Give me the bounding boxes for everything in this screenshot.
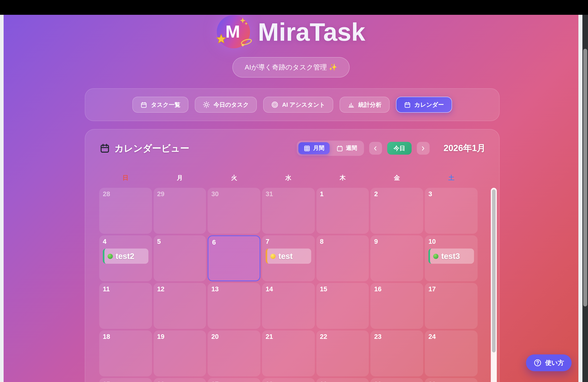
browser-scrollbar[interactable]	[582, 15, 588, 382]
view-month-button[interactable]: 月間	[298, 142, 330, 154]
day-number: 31	[428, 381, 474, 382]
calendar-day-cell[interactable]: 7test	[262, 235, 315, 281]
view-week-button[interactable]: 週間	[331, 142, 362, 154]
nav-tab[interactable]: 今日のタスク	[195, 97, 257, 113]
calendar-day-cell[interactable]: 18	[99, 330, 152, 376]
day-number: 8	[320, 238, 365, 245]
nav-tab-label: AI アシスタント	[282, 101, 325, 109]
calendar-day-cell[interactable]: 1	[316, 188, 369, 234]
prev-month-button[interactable]	[369, 142, 382, 155]
calendar-day-cell[interactable]: 23	[371, 330, 423, 376]
calendar-day-cell[interactable]: 16	[371, 283, 423, 329]
calendar-grid: 282930311234test2567test8910test31112131…	[99, 188, 478, 382]
calendar-controls: 月間 週間 今日	[297, 141, 486, 156]
calendar-day-cell[interactable]: 29	[316, 378, 369, 382]
day-number: 14	[266, 285, 311, 293]
calendar-day-cell[interactable]: 11	[99, 283, 152, 329]
sun-icon	[203, 101, 210, 108]
calendar-icon	[404, 101, 411, 108]
browser-right-edge	[578, 15, 582, 382]
calendar-day-cell[interactable]: 29	[153, 188, 206, 234]
day-number: 21	[266, 333, 311, 341]
calendar-day-cell[interactable]: 9	[371, 235, 423, 281]
day-number: 29	[320, 381, 365, 382]
calendar-day-cell[interactable]: 5	[153, 235, 206, 281]
chevron-left-icon	[373, 145, 378, 151]
help-button[interactable]: 使い方	[526, 354, 572, 371]
event-title: test3	[441, 251, 460, 261]
calendar-day-cell[interactable]: 24	[425, 330, 477, 376]
event-chip[interactable]: test3	[428, 248, 474, 264]
calendar-day-cell[interactable]: 30	[371, 378, 423, 382]
calendar-day-cell[interactable]: 3	[425, 188, 477, 234]
calendar-day-cell[interactable]: 30	[208, 188, 260, 234]
yellow-dot-icon	[270, 253, 276, 259]
nav-tab[interactable]: AI アシスタント	[263, 97, 333, 113]
calendar-day-cell[interactable]: 31	[262, 188, 315, 234]
target-icon	[271, 101, 278, 108]
calendar-day-cell[interactable]: 20	[208, 330, 260, 376]
view-toggle-group: 月間 週間	[297, 141, 364, 156]
calendar-day-cell[interactable]: 13	[208, 283, 260, 329]
page: M MiraTask AIが導く奇跡のタスク管理 ✨	[0, 0, 588, 382]
browser-top-bar	[0, 0, 588, 15]
weekday-label: 木	[316, 174, 369, 182]
calendar-day-cell[interactable]: 2	[371, 188, 423, 234]
calendar-day-cell[interactable]: 25	[99, 378, 152, 382]
calendar-day-cell[interactable]: 31	[425, 378, 477, 382]
calendar-day-cell[interactable]: 26	[153, 378, 206, 382]
calendar-day-cell[interactable]: 21	[262, 330, 315, 376]
nav-tab-bar: タスク一覧今日のタスクAI アシスタント統計分析カレンダー	[85, 88, 500, 121]
calendar-day-cell[interactable]: 8	[316, 235, 369, 281]
calendar-day-cell[interactable]: 4test2	[99, 235, 152, 281]
today-button[interactable]: 今日	[387, 142, 412, 155]
calendar-view-title: カレンダービュー	[100, 142, 189, 154]
calendar-day-cell[interactable]: 14	[262, 283, 315, 329]
calendar-card: カレンダービュー 月間	[85, 129, 500, 382]
nav-tab[interactable]: カレンダー	[396, 97, 452, 113]
event-chip[interactable]: test	[266, 248, 311, 264]
calendar-day-cell[interactable]: 28	[99, 188, 152, 234]
app-logo: M	[217, 15, 250, 48]
app-background: M MiraTask AIが導く奇跡のタスク管理 ✨	[4, 15, 578, 382]
day-number: 3	[428, 190, 474, 198]
event-chip[interactable]: test2	[103, 248, 148, 264]
calendar-day-cell[interactable]: 28	[262, 378, 315, 382]
day-number: 5	[157, 238, 202, 245]
weekday-label: 金	[371, 174, 423, 182]
weekday-label: 月	[153, 174, 206, 182]
grid-icon	[304, 145, 310, 152]
star-icon	[215, 33, 227, 45]
calendar-day-cell[interactable]: 10test3	[425, 235, 477, 281]
calendar-scrollbar[interactable]	[491, 188, 497, 382]
day-number: 31	[266, 190, 311, 198]
nav-tab-label: 統計分析	[358, 101, 382, 109]
nav-tab[interactable]: タスク一覧	[133, 97, 189, 113]
day-number: 27	[211, 381, 257, 382]
calendar-day-cell[interactable]: 12	[153, 283, 206, 329]
calendar-header: カレンダービュー 月間	[85, 130, 499, 156]
app-header: M MiraTask AIが導く奇跡のタスク管理 ✨	[4, 15, 578, 77]
browser-left-edge	[0, 15, 4, 382]
calendar-day-cell[interactable]: 17	[425, 283, 477, 329]
calendar-day-cell[interactable]: 19	[153, 330, 206, 376]
next-month-button[interactable]	[417, 142, 430, 155]
calendar-scrollbar-thumb[interactable]	[492, 190, 496, 352]
calendar-day-cell[interactable]: 22	[316, 330, 369, 376]
day-number: 24	[428, 333, 474, 341]
day-number: 30	[374, 381, 420, 382]
nav-tab-label: 今日のタスク	[214, 101, 249, 109]
calendar-day-cell-today[interactable]: 6	[208, 235, 260, 281]
day-number: 4	[103, 238, 148, 245]
nav-tab[interactable]: 統計分析	[340, 97, 390, 113]
nav-tab-label: タスク一覧	[151, 101, 180, 109]
day-number: 29	[157, 190, 202, 198]
browser-scrollbar-thumb[interactable]	[583, 49, 587, 306]
logo-letter: M	[225, 21, 240, 41]
day-number: 18	[103, 333, 148, 341]
question-icon	[534, 359, 542, 367]
calendar-day-cell[interactable]: 27	[208, 378, 260, 382]
calendar-day-cell[interactable]: 15	[316, 283, 369, 329]
day-number: 9	[374, 238, 420, 245]
day-number: 15	[320, 285, 365, 293]
